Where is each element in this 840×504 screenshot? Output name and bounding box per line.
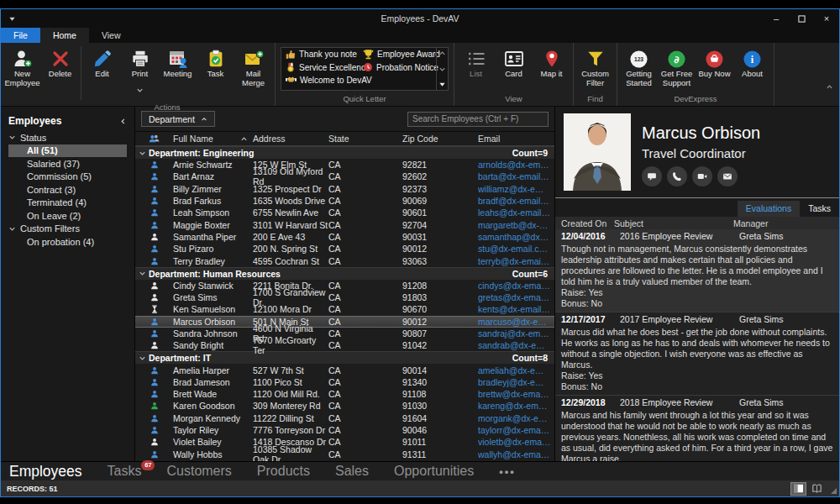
employee-row[interactable]: Brett Wade1120 Old Mill Rd.CA91108brettw… (135, 388, 554, 400)
phone-button[interactable] (667, 166, 687, 186)
cell-email[interactable]: arnolds@dx-email.com (478, 160, 554, 170)
chat-button[interactable] (642, 166, 662, 186)
card-button[interactable]: Card (495, 45, 533, 93)
cell-email[interactable]: cindys@dx-email.com (478, 281, 554, 291)
cell-email[interactable]: sandraj@dx-email.com (478, 328, 554, 339)
cell-email[interactable]: taylorr@dx-email.com (478, 425, 554, 435)
cell-email[interactable]: samanthap@dx-email... (478, 232, 554, 242)
nav-opportunities[interactable]: Opportunities (394, 464, 474, 479)
evaluation-item[interactable]: 12/04/20162016 Employee ReviewGreta Sims… (555, 229, 839, 312)
employee-row[interactable]: Violet Bailey1418 Descanso DrCA91011viol… (135, 436, 554, 448)
mail-merge-button[interactable]: Mail Merge (234, 45, 272, 102)
welcome-to-devav-item[interactable]: Welcome to DevAV (281, 75, 359, 86)
employee-row[interactable]: Karen Goodson309 Monterey RdCA91030karen… (135, 400, 554, 412)
gallery-scroll-up-icon[interactable] (438, 50, 446, 57)
gallery-scroll-down-icon[interactable] (438, 66, 446, 73)
tab-view[interactable]: View (89, 28, 134, 43)
quick-access-caret-icon[interactable] (1, 15, 23, 23)
employee-row[interactable]: Sandra Johnson4600 N Virginia Rd.CA90807… (135, 328, 554, 339)
employee-row[interactable]: Wally Hobbs10385 Shadow Oak DrCA91311wal… (135, 449, 554, 460)
sidebar-item-terminated-4-[interactable]: Terminated (4) (8, 197, 127, 210)
getting-started-button[interactable]: 123Getting Started (620, 45, 658, 93)
group-row-department-engineering[interactable]: Department: EngineeringCount=9 (135, 146, 554, 159)
about-button[interactable]: iAbout (733, 45, 771, 93)
custom-filter-button[interactable]: Custom Filter (576, 45, 614, 93)
sidebar-item-all-51-[interactable]: All (51) (8, 144, 127, 158)
employee-row[interactable]: Billy Zimmer1325 Prospect DrCA92373willi… (135, 183, 554, 195)
task-button[interactable]: Task (197, 45, 234, 102)
group-by-department-button[interactable]: Department (141, 111, 215, 127)
cell-email[interactable]: ameliah@dx-email.com (478, 365, 554, 375)
resize-grip[interactable] (831, 488, 837, 494)
buy-now-button[interactable]: Buy Now (696, 45, 733, 93)
mail-button[interactable] (717, 166, 738, 186)
tab-tasks[interactable]: Tasks (800, 201, 839, 217)
employee-row[interactable]: Leah Simpson6755 Newlin AveCA90601leahs@… (135, 207, 554, 218)
cell-email[interactable]: kareng@dx-email.com (478, 401, 554, 411)
new-employee-button[interactable]: New Employee (3, 45, 41, 102)
cell-email[interactable]: violetb@dx-email.com (478, 437, 554, 447)
employee-row[interactable]: Arnie Schwartz125 W Elm StCA92821arnolds… (135, 159, 554, 171)
column-header-full-name[interactable]: Full Name (173, 134, 253, 144)
employee-row[interactable]: Brad Jameson1100 Pico StCA91340bradleyj@… (135, 376, 554, 388)
employee-row[interactable]: Brad Farkus1635 Woods DriveCA90069bradf@… (135, 195, 554, 207)
cell-email[interactable]: brettw@dx-email.com (478, 389, 554, 399)
cell-email[interactable]: morgank@dx-email.c... (478, 413, 554, 423)
sidebar-item-salaried-37-[interactable]: Salaried (37) (8, 157, 127, 171)
employee-row[interactable]: Maggie Boxter3101 W Harvard StCA92704mar… (135, 218, 554, 230)
cell-email[interactable]: terryb@dx-email.com (478, 256, 554, 266)
cell-email[interactable]: wallyh@dx-email.com (478, 449, 554, 459)
employee-row[interactable]: Sandy Bright7570 McGroarty TerCA91042san… (135, 339, 554, 351)
filter-section-custom-filters[interactable]: Custom Filters (1, 223, 134, 236)
cell-email[interactable]: gretas@dx-email.com (478, 292, 554, 302)
employee-row[interactable]: Samantha Piper200 E Ave 43CA90031samanth… (135, 231, 554, 243)
evaluation-item[interactable]: 12/17/20172017 Employee ReviewGreta Sims… (555, 312, 839, 396)
maximize-button[interactable] (789, 9, 814, 28)
nav-customers[interactable]: Customers (166, 464, 231, 479)
employee-row[interactable]: Marcus Orbison501 N Main StCA90012marcus… (135, 316, 554, 328)
nav-products[interactable]: Products (257, 464, 310, 479)
close-button[interactable]: × (814, 9, 839, 28)
card-view-toggle-icon[interactable] (809, 482, 825, 496)
employee-row[interactable]: Cindy Stanwick2211 Bonita Dr.CA91208cind… (135, 280, 554, 291)
search-employees-input[interactable] (407, 112, 549, 127)
column-header-email[interactable]: Email (478, 134, 554, 144)
employee-award-item[interactable]: Employee Award (359, 49, 436, 60)
employee-row[interactable]: Ken Samuelson12100 Mora DrCA90670kents@d… (135, 303, 554, 315)
service-excellence-item[interactable]: Service Excellence (281, 62, 359, 72)
cell-email[interactable]: marcuso@dx-email.co... (478, 317, 554, 327)
nav-employees[interactable]: Employees (9, 463, 82, 480)
employee-row[interactable]: Taylor Riley7776 Torreyson DrCA90046tayl… (135, 424, 554, 436)
sidebar-item-on-leave-2-[interactable]: On Leave (2) (8, 209, 127, 223)
column-header-state[interactable]: State (328, 134, 402, 144)
minimize-button[interactable]: – (764, 9, 789, 28)
column-header-address[interactable]: Address (253, 134, 328, 144)
sidebar-item-on-probation-4-[interactable]: On probation (4) (8, 235, 127, 249)
video-button[interactable] (692, 166, 712, 186)
gallery-dropdown-icon[interactable] (438, 81, 446, 88)
edit-button[interactable]: Edit (83, 45, 121, 102)
filter-section-status[interactable]: Status (1, 131, 134, 144)
collapse-panel-icon[interactable] (119, 118, 127, 125)
map-it-button[interactable]: Map it (533, 45, 570, 93)
collapse-ribbon-icon[interactable] (826, 83, 833, 91)
employee-row[interactable]: Amelia Harper527 W 7th StCA90014ameliah@… (135, 364, 554, 375)
column-header-zip-code[interactable]: Zip Code (402, 134, 478, 144)
employee-row[interactable]: Bart Arnaz13109 Old Myford RdCA92602bart… (135, 171, 554, 182)
meeting-button[interactable]: Meeting (159, 45, 197, 102)
cell-email[interactable]: margaretb@dx-email... (478, 220, 554, 230)
sidebar-item-commission-5-[interactable]: Commission (5) (8, 171, 127, 184)
cell-email[interactable]: stu@dx-email.com (478, 244, 554, 254)
print-button[interactable]: Print (121, 45, 159, 102)
cell-email[interactable]: barta@dx-email.com (478, 171, 554, 181)
evaluation-item[interactable]: 12/29/20182018 Employee ReviewGreta Sims… (555, 396, 839, 461)
probation-notice-item[interactable]: Probation Notice (359, 62, 436, 72)
employee-row[interactable]: Greta Sims1700 S Grandview Dr.CA91803gre… (135, 291, 554, 303)
nav-sales[interactable]: Sales (335, 464, 369, 479)
sidebar-item-contract-3-[interactable]: Contract (3) (8, 183, 127, 197)
employee-row[interactable]: Morgan Kennedy11222 Dilling StCA91604mor… (135, 412, 554, 424)
cell-email[interactable]: williamz@dx-email.com (478, 184, 554, 194)
employee-row[interactable]: Terry Bradley4595 Cochran StCA93063terry… (135, 255, 554, 266)
tab-file[interactable]: File (1, 28, 40, 43)
delete-button[interactable]: Delete (41, 45, 79, 102)
